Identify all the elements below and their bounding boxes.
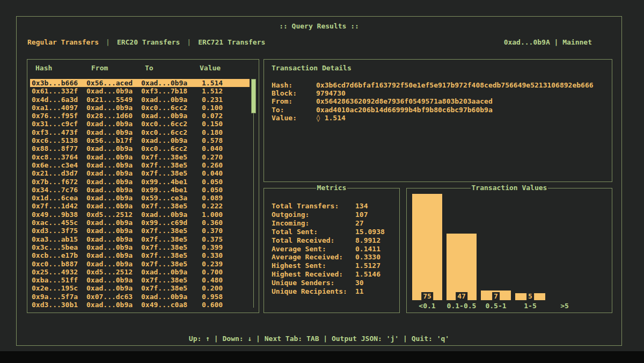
cell-value: 0.239 <box>202 260 250 268</box>
table-row[interactable]: 0x31...c9cf0xad...0b9a0xc0...6cc20.150 <box>30 120 250 128</box>
table-row[interactable]: 0xa1...40970xad...0b9a0xc0...6cc20.100 <box>30 104 250 112</box>
table-row[interactable]: 0xf3...473f0xad...0b9a0xc0...6cc20.180 <box>30 128 250 136</box>
cell-to: 0xf3...7b18 <box>141 87 202 95</box>
table-row[interactable]: 0x7f...1d420xad...0b9a0x7f...38e50.222 <box>30 202 250 210</box>
table-row[interactable]: 0x4d...6a3d0x21...55490xad...0b9a0.231 <box>30 96 250 104</box>
cell-hash: 0x49...9b38 <box>32 210 86 219</box>
metric-value: 30 <box>355 279 395 287</box>
table-row[interactable]: 0xd3...30b10xad...0b9a0x49...c0a80.600 <box>30 301 250 309</box>
cell-to: 0x7f...38e5 <box>141 235 202 243</box>
table-row[interactable]: 0x76...f95f0x28...1d600xad...0b9a0.072 <box>30 112 250 120</box>
cell-hash: 0x4d...6a3d <box>32 96 86 104</box>
cell-value: 1.514 <box>202 79 250 87</box>
transfers-table-rows: 0x3b...b6660x56...aced0xad...0b9a1.5140x… <box>30 79 250 309</box>
metric-row: Unique Senders:30 <box>272 279 395 287</box>
metric-row: Average Sent:0.1411 <box>272 245 395 253</box>
scrollbar-thumb[interactable] <box>251 79 256 113</box>
detail-label: Block: <box>272 89 316 97</box>
bar-chart: 754775 <box>412 191 610 300</box>
metric-label: Highest Sent: <box>272 262 355 270</box>
cell-hash: 0x6e...c3e4 <box>32 161 86 169</box>
cell-value: 1.512 <box>202 87 250 95</box>
cell-from: 0xad...0b9a <box>86 153 141 161</box>
table-row[interactable]: 0x3b...b6660x56...aced0xad...0b9a1.514 <box>30 79 250 87</box>
metrics-panel: Metrics Total Transfers:134Outgoing:107I… <box>264 188 400 313</box>
cell-value: 0.958 <box>202 293 250 301</box>
cell-value: 1.000 <box>202 210 250 219</box>
cell-value: 0.480 <box>202 276 250 284</box>
detail-value: 9794730 <box>316 89 608 97</box>
table-row[interactable]: 0xac...455c0xad...0b9a0x99...c69d0.360 <box>30 219 250 227</box>
cell-from: 0xad...0b9a <box>86 301 141 309</box>
metric-value: 107 <box>355 210 395 219</box>
tab-regular-transfers[interactable]: Regular Transfers <box>27 38 99 46</box>
table-row[interactable]: 0x61...332f0xad...0b9a0xf3...7b181.512 <box>30 87 250 95</box>
table-row[interactable]: 0xa3...ab150xad...0b9a0x7f...38e50.375 <box>30 235 250 243</box>
cell-value: 0.375 <box>202 235 250 243</box>
table-row[interactable]: 0x88...8f770xad...0b9a0xc0...6cc20.040 <box>30 144 250 153</box>
metric-label: Highest Received: <box>272 270 355 279</box>
transfers-scrollbar[interactable] <box>251 79 256 308</box>
metric-value: 15.0938 <box>355 228 395 236</box>
table-row[interactable]: 0x21...d3d70xad...0b9a0x7f...38e50.040 <box>30 169 250 177</box>
cell-to: 0x7f...38e5 <box>141 153 202 161</box>
cell-hash: 0x61...332f <box>32 87 86 95</box>
table-row[interactable]: 0xc8...37640xad...0b9a0x7f...38e50.270 <box>30 153 250 161</box>
table-row[interactable]: 0x9a...5f7a0x07...dc630xad...0b9a0.958 <box>30 293 250 301</box>
tab-separator: | <box>106 38 110 46</box>
table-row[interactable]: 0xba...51ff0xad...0b9a0x7f...38e50.480 <box>30 276 250 284</box>
cell-hash: 0x34...7c76 <box>32 186 86 194</box>
detail-value: 0xad4010ac206b14d66999b4bf9b80c6bc97b60b… <box>316 106 608 114</box>
detail-row: Block:9794730 <box>272 89 608 97</box>
cell-from: 0x56...aced <box>86 79 141 87</box>
cell-from: 0x21...5549 <box>86 96 141 104</box>
tab-erc721-transfers[interactable]: ERC721 Transfers <box>198 38 265 46</box>
cell-value: 0.270 <box>202 153 250 161</box>
cell-value: 0.260 <box>202 161 250 169</box>
column-header-from: From <box>91 64 145 72</box>
cell-from: 0xd5...2512 <box>86 268 141 276</box>
metric-value: 0.1411 <box>355 245 395 253</box>
cell-hash: 0xd3...3f75 <box>32 227 86 235</box>
detail-label: Hash: <box>272 81 316 89</box>
cell-from: 0xad...0b9a <box>86 161 141 169</box>
table-row[interactable]: 0xcb...e17b0xad...0b9a0x7f...38e50.330 <box>30 251 250 259</box>
detail-label: Value: <box>272 114 316 122</box>
detail-row: To:0xad4010ac206b14d66999b4bf9b80c6bc97b… <box>272 106 608 114</box>
table-row[interactable]: 0xc6...51380x56...b17f0xad...0b9a0.578 <box>30 136 250 144</box>
cell-from: 0xad...0b9a <box>86 120 141 128</box>
metric-row: Total Sent:15.0938 <box>272 228 395 236</box>
metric-row: Total Transfers:134 <box>272 202 395 210</box>
table-row[interactable]: 0x49...9b380xd5...25120xad...0b9a1.000 <box>30 210 250 219</box>
cell-hash: 0xa3...ab15 <box>32 235 86 243</box>
table-row[interactable]: 0x6e...c3e40xad...0b9a0x7f...38e50.260 <box>30 161 250 169</box>
transaction-values-panel: Transaction Values 754775 <0.10.1-0.50.5… <box>406 188 612 313</box>
cell-to: 0x7f...38e5 <box>141 169 202 177</box>
cell-from: 0x07...dc63 <box>86 293 141 301</box>
chart-category-label: >5 <box>550 302 580 310</box>
cell-hash: 0x88...8f77 <box>32 144 86 153</box>
column-header-to: To <box>145 64 200 72</box>
cell-value: 0.578 <box>202 136 250 144</box>
cell-to: 0xc0...6cc2 <box>141 104 202 112</box>
cell-from: 0xad...0b9a <box>86 186 141 194</box>
cell-to: 0x99...4be1 <box>141 178 202 186</box>
cell-to: 0x7f...38e5 <box>141 251 202 259</box>
metric-label: Outgoing: <box>272 210 355 219</box>
metric-row: Outgoing:107 <box>272 210 395 219</box>
metric-row: Highest Received:1.5146 <box>272 270 395 279</box>
detail-label: To: <box>272 106 316 114</box>
table-row[interactable]: 0x3c...5bea0xad...0b9a0x7f...38e50.399 <box>30 243 250 251</box>
table-row[interactable]: 0x2e...195c0xad...0b9a0x7f...38e50.200 <box>30 284 250 292</box>
status-bar: Up: ↑ | Down: ↓ | Next Tab: TAB | Output… <box>17 335 621 343</box>
tab-erc20-transfers[interactable]: ERC20 Transfers <box>117 38 180 46</box>
table-row[interactable]: 0x25...49320xd5...25120xad...0b9a0.700 <box>30 268 250 276</box>
cell-from: 0xad...0b9a <box>86 260 141 268</box>
cell-to: 0xad...0b9a <box>141 136 202 144</box>
table-row[interactable]: 0x7b...f6720xad...0b9a0x99...4be10.050 <box>30 178 250 186</box>
table-row[interactable]: 0x34...7c760xad...0b9a0x99...4be10.050 <box>30 186 250 194</box>
cell-from: 0xad...0b9a <box>86 194 141 202</box>
table-row[interactable]: 0xd3...3f750xad...0b9a0x7f...38e50.370 <box>30 227 250 235</box>
table-row[interactable]: 0xc0...b8870xad...0b9a0x7f...38e50.239 <box>30 260 250 268</box>
table-row[interactable]: 0x1d...6cea0xad...0b9a0x59...ce3a0.089 <box>30 194 250 202</box>
